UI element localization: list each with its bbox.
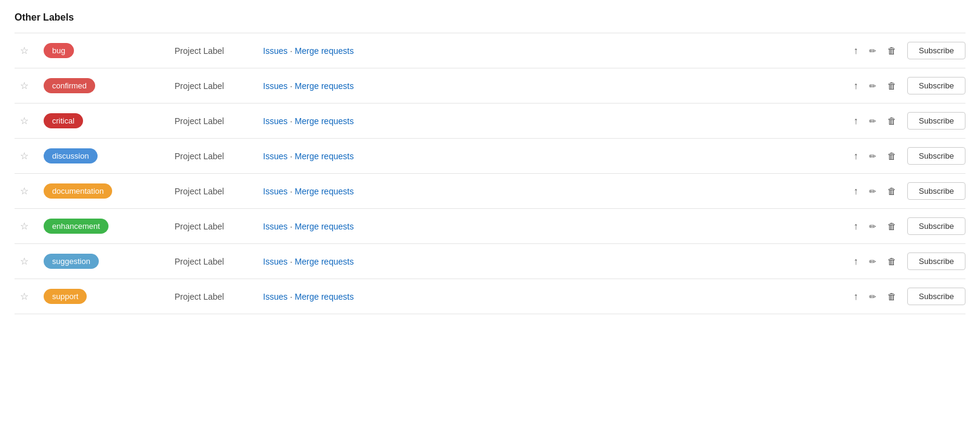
delete-icon[interactable] [887, 186, 896, 196]
promote-icon[interactable] [853, 116, 858, 126]
label-col: documentation [44, 183, 165, 199]
label-badge-enhancement: enhancement [44, 219, 108, 234]
label-row: ☆ discussion Project Label Issues · Merg… [15, 138, 965, 173]
edit-icon[interactable] [869, 81, 876, 90]
delete-icon[interactable] [887, 257, 896, 266]
subscribe-button[interactable]: Subscribe [907, 288, 965, 305]
star-col: ☆ [15, 116, 34, 126]
subscribe-button[interactable]: Subscribe [907, 42, 965, 59]
project-label-text: Project Label [175, 186, 253, 196]
merge-requests-link[interactable]: Merge requests [295, 257, 353, 266]
links-col: Issues · Merge requests [263, 186, 844, 196]
delete-icon[interactable] [887, 151, 896, 160]
edit-icon[interactable] [869, 151, 876, 160]
promote-icon[interactable] [853, 222, 858, 231]
star-col: ☆ [15, 292, 34, 302]
merge-requests-link[interactable]: Merge requests [295, 116, 353, 126]
label-row: ☆ support Project Label Issues · Merge r… [15, 279, 965, 314]
subscribe-button[interactable]: Subscribe [907, 252, 965, 270]
promote-icon[interactable] [853, 186, 858, 196]
actions-col: Subscribe [853, 217, 965, 235]
delete-icon[interactable] [887, 292, 896, 301]
label-row: ☆ bug Project Label Issues · Merge reque… [15, 33, 965, 68]
label-badge-critical: critical [44, 113, 83, 128]
page-container: Other Labels ☆ bug Project Label Issues … [0, 0, 980, 326]
promote-icon[interactable] [853, 257, 858, 266]
merge-requests-link[interactable]: Merge requests [295, 46, 353, 56]
label-row: ☆ confirmed Project Label Issues · Merge… [15, 68, 965, 103]
project-label-text: Project Label [175, 81, 253, 91]
star-col: ☆ [15, 46, 34, 56]
merge-requests-link[interactable]: Merge requests [295, 186, 353, 196]
actions-col: Subscribe [853, 252, 965, 270]
labels-list: ☆ bug Project Label Issues · Merge reque… [15, 33, 965, 314]
issues-link[interactable]: Issues [263, 151, 287, 161]
star-icon[interactable]: ☆ [20, 116, 28, 126]
link-separator: · [290, 222, 292, 231]
subscribe-button[interactable]: Subscribe [907, 112, 965, 130]
merge-requests-link[interactable]: Merge requests [295, 222, 353, 231]
issues-link[interactable]: Issues [263, 116, 287, 126]
issues-link[interactable]: Issues [263, 81, 287, 91]
edit-icon[interactable] [869, 46, 876, 55]
star-icon[interactable]: ☆ [20, 186, 28, 196]
actions-col: Subscribe [853, 147, 965, 165]
links-col: Issues · Merge requests [263, 46, 844, 56]
label-col: support [44, 289, 165, 304]
promote-icon[interactable] [853, 46, 858, 56]
label-row: ☆ suggestion Project Label Issues · Merg… [15, 243, 965, 279]
edit-icon[interactable] [869, 186, 876, 196]
merge-requests-link[interactable]: Merge requests [295, 292, 353, 302]
edit-icon[interactable] [869, 292, 876, 301]
label-badge-discussion: discussion [44, 148, 98, 163]
star-icon[interactable]: ☆ [20, 292, 28, 302]
star-col: ☆ [15, 151, 34, 161]
subscribe-button[interactable]: Subscribe [907, 217, 965, 235]
link-separator: · [290, 257, 292, 266]
section-title: Other Labels [15, 12, 965, 23]
issues-link[interactable]: Issues [263, 186, 287, 196]
actions-col: Subscribe [853, 42, 965, 59]
promote-icon[interactable] [853, 292, 858, 302]
star-icon[interactable]: ☆ [20, 81, 28, 91]
actions-col: Subscribe [853, 182, 965, 200]
actions-col: Subscribe [853, 77, 965, 94]
label-row: ☆ critical Project Label Issues · Merge … [15, 103, 965, 138]
star-icon[interactable]: ☆ [20, 151, 28, 161]
actions-col: Subscribe [853, 288, 965, 305]
link-separator: · [290, 116, 292, 126]
promote-icon[interactable] [853, 81, 858, 91]
star-icon[interactable]: ☆ [20, 257, 28, 266]
link-separator: · [290, 186, 292, 196]
delete-icon[interactable] [887, 46, 896, 55]
subscribe-button[interactable]: Subscribe [907, 147, 965, 165]
issues-link[interactable]: Issues [263, 46, 287, 56]
delete-icon[interactable] [887, 116, 896, 125]
edit-icon[interactable] [869, 257, 876, 266]
star-icon[interactable]: ☆ [20, 46, 28, 56]
project-label-text: Project Label [175, 46, 253, 56]
merge-requests-link[interactable]: Merge requests [295, 81, 353, 91]
links-col: Issues · Merge requests [263, 151, 844, 161]
project-label-text: Project Label [175, 257, 253, 266]
subscribe-button[interactable]: Subscribe [907, 182, 965, 200]
star-col: ☆ [15, 257, 34, 266]
edit-icon[interactable] [869, 222, 876, 231]
label-row: ☆ documentation Project Label Issues · M… [15, 173, 965, 208]
link-separator: · [290, 151, 292, 161]
label-col: bug [44, 43, 165, 58]
issues-link[interactable]: Issues [263, 292, 287, 302]
label-badge-suggestion: suggestion [44, 254, 99, 269]
star-col: ☆ [15, 222, 34, 231]
label-col: confirmed [44, 78, 165, 93]
delete-icon[interactable] [887, 222, 896, 231]
links-col: Issues · Merge requests [263, 257, 844, 266]
merge-requests-link[interactable]: Merge requests [295, 151, 353, 161]
issues-link[interactable]: Issues [263, 222, 287, 231]
subscribe-button[interactable]: Subscribe [907, 77, 965, 94]
delete-icon[interactable] [887, 81, 896, 90]
edit-icon[interactable] [869, 116, 876, 125]
issues-link[interactable]: Issues [263, 257, 287, 266]
promote-icon[interactable] [853, 151, 858, 161]
star-icon[interactable]: ☆ [20, 222, 28, 231]
